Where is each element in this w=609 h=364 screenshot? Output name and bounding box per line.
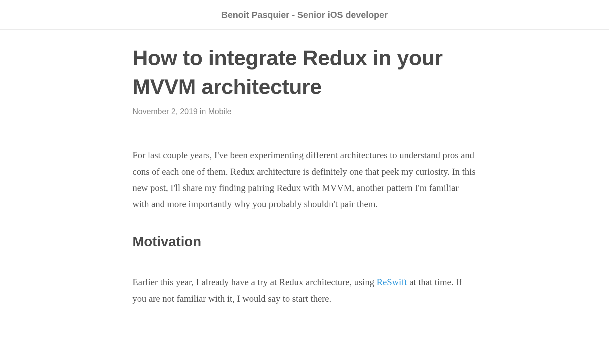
motivation-paragraph: Earlier this year, I already have a try …	[132, 274, 477, 307]
article-category-link[interactable]: Mobile	[208, 107, 232, 116]
site-title[interactable]: Benoit Pasquier - Senior iOS developer	[7, 10, 602, 20]
article-body: For last couple years, I've been experim…	[132, 147, 477, 307]
reswift-link[interactable]: ReSwift	[377, 277, 407, 287]
site-header: Benoit Pasquier - Senior iOS developer	[0, 0, 609, 30]
article-title: How to integrate Redux in your MVVM arch…	[132, 43, 477, 101]
meta-separator: in	[197, 107, 208, 116]
para2-text-1: Earlier this year, I already have a try …	[132, 277, 377, 287]
article-content: How to integrate Redux in your MVVM arch…	[98, 30, 511, 345]
section-heading-motivation: Motivation	[132, 229, 477, 254]
article-meta: November 2, 2019 in Mobile	[132, 107, 477, 116]
article-date: November 2, 2019	[132, 107, 197, 116]
intro-paragraph: For last couple years, I've been experim…	[132, 147, 477, 212]
